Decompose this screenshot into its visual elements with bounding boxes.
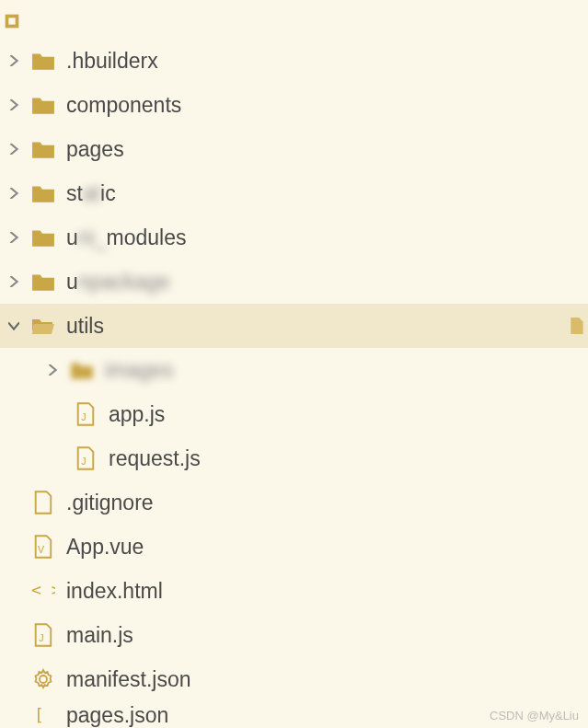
svg-text:< >: < > — [31, 582, 55, 599]
tree-item-label: manifest.json — [66, 667, 191, 692]
tree-item-label: app.js — [109, 402, 165, 427]
tree-item-label: unpackage — [66, 270, 170, 295]
tree-item-label: pages — [66, 137, 124, 162]
tree-item-components[interactable]: components — [0, 83, 588, 127]
file-tree: .hbuilderx components pages static — [0, 0, 588, 728]
tree-item-utils[interactable]: utils — [0, 304, 588, 348]
vue-file-icon: V — [31, 535, 55, 559]
svg-text:V: V — [38, 544, 45, 555]
tree-item-label: request.js — [109, 446, 201, 471]
project-root[interactable] — [0, 4, 588, 39]
tree-item-label: main.js — [66, 623, 133, 648]
svg-text:J: J — [81, 456, 86, 467]
gear-icon — [31, 667, 55, 691]
js-file-icon: J — [74, 446, 98, 470]
tree-item-gitignore[interactable]: .gitignore — [0, 480, 588, 525]
tree-item-label: index.html — [66, 579, 163, 604]
chevron-right-icon[interactable] — [44, 364, 61, 376]
svg-text:J: J — [81, 411, 86, 422]
tree-item-label: pages.json — [66, 703, 168, 728]
tree-item-label: .gitignore — [66, 491, 154, 515]
folder-icon — [31, 270, 55, 294]
folder-icon — [31, 93, 55, 117]
svg-text:J: J — [39, 632, 43, 643]
tree-item-label: utils — [66, 314, 104, 339]
tree-item-app-vue[interactable]: V App.vue — [0, 525, 588, 569]
chevron-down-icon[interactable] — [6, 320, 22, 331]
folder-icon — [31, 49, 55, 73]
chevron-right-icon[interactable] — [6, 188, 22, 199]
chevron-right-icon[interactable] — [6, 99, 22, 110]
chevron-right-icon[interactable] — [6, 232, 22, 243]
tree-item-static[interactable]: static — [0, 171, 588, 215]
tree-item-uni-modules[interactable]: uni_modules — [0, 215, 588, 260]
tree-item-unpackage[interactable]: unpackage — [0, 260, 588, 304]
html-file-icon: < > — [31, 579, 55, 603]
svg-text:[ ]: [ ] — [34, 705, 54, 724]
tree-item-hbuilderx[interactable]: .hbuilderx — [0, 39, 588, 83]
tree-item-label: .hbuilderx — [66, 49, 158, 74]
watermark: CSDN @My&Liu — [490, 709, 579, 722]
js-file-icon: J — [31, 623, 55, 647]
folder-icon — [31, 181, 55, 205]
js-file-icon: J — [74, 402, 98, 426]
json-file-icon: [ ] — [31, 703, 55, 727]
tree-item-label: App.vue — [66, 535, 144, 560]
chevron-right-icon[interactable] — [6, 55, 22, 66]
tree-item-request-js[interactable]: J request.js — [0, 436, 588, 480]
tree-item-manifest-json[interactable]: manifest.json — [0, 657, 588, 701]
tree-item-main-js[interactable]: J main.js — [0, 613, 588, 657]
file-marker-icon — [570, 317, 584, 335]
folder-open-icon — [31, 314, 55, 338]
chevron-right-icon[interactable] — [6, 144, 22, 155]
tree-item-app-js[interactable]: J app.js — [0, 392, 588, 436]
tree-item-label: images — [105, 358, 173, 383]
tree-item-index-html[interactable]: < > index.html — [0, 569, 588, 613]
tree-item-label: uni_modules — [66, 225, 186, 250]
tree-item-pages[interactable]: pages — [0, 127, 588, 171]
folder-icon — [31, 225, 55, 249]
project-icon — [2, 11, 22, 31]
tree-item-label: components — [66, 93, 181, 118]
tree-item-label: static — [66, 181, 116, 206]
tree-item-child[interactable]: images — [0, 348, 588, 392]
folder-icon — [70, 358, 94, 382]
folder-icon — [31, 137, 55, 161]
file-icon — [31, 491, 55, 514]
chevron-right-icon[interactable] — [6, 276, 22, 287]
